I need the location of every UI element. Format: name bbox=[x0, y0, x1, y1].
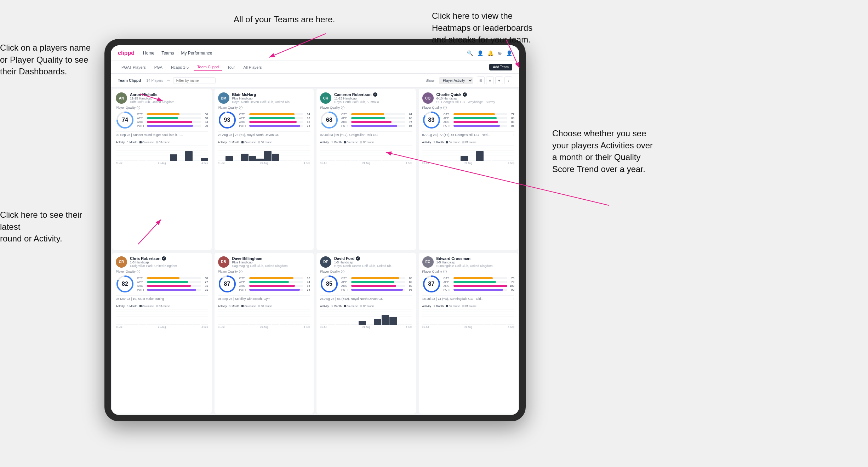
nav-link-performance[interactable]: My Performance bbox=[181, 49, 212, 57]
filter-input[interactable] bbox=[173, 77, 216, 84]
chart-labels: 31 Jul21 Aug4 Sep bbox=[218, 162, 310, 164]
quality-circle[interactable]: 93 bbox=[218, 111, 236, 129]
bar-track bbox=[351, 125, 405, 127]
quality-bars: OTT 60 APP 58 bbox=[137, 113, 208, 127]
latest-round[interactable]: 02 Sep 23 | Sunset round to get back int… bbox=[116, 131, 208, 137]
quality-circle[interactable]: 87 bbox=[422, 275, 441, 293]
on-course-legend: On course bbox=[241, 141, 256, 143]
quality-label: Player Quality i bbox=[218, 270, 310, 273]
user-icon[interactable]: 👤 bbox=[477, 50, 483, 56]
sort-button[interactable]: ↕ bbox=[504, 76, 512, 84]
grid-view-button[interactable]: ⊞ bbox=[477, 76, 485, 84]
quality-bar-row: OTT 84 bbox=[239, 113, 310, 116]
bar-fill bbox=[351, 125, 397, 127]
player-name[interactable]: Cameron Robertson✓ bbox=[334, 92, 412, 97]
filter-button[interactable]: ▼ bbox=[495, 76, 503, 84]
player-name[interactable]: Aaron Nicholls bbox=[130, 92, 208, 97]
quality-bar-row: APP 85 bbox=[239, 116, 310, 120]
latest-round[interactable]: 03 Mar 23 | 19, Must make putting → bbox=[116, 295, 208, 301]
nav-logo[interactable]: clippd bbox=[118, 50, 135, 56]
tab-team-clippd[interactable]: Team Clippd bbox=[194, 63, 222, 71]
tab-hcaps[interactable]: Hcaps 1-5 bbox=[167, 64, 192, 71]
list-view-button[interactable]: ≡ bbox=[486, 76, 494, 84]
quality-bar-row: ARG 88 bbox=[239, 120, 310, 124]
add-team-button[interactable]: Add Team bbox=[489, 64, 512, 70]
tab-all-players[interactable]: All Players bbox=[240, 64, 265, 71]
bar-track bbox=[351, 117, 405, 119]
chart-label: 21 Aug bbox=[158, 326, 166, 328]
off-course-legend: Off course bbox=[156, 141, 170, 143]
player-club: Sunningdale Golf Club, United Kingdom bbox=[436, 264, 515, 268]
latest-round[interactable]: 02 Jul 23 | 59 (+17), Craigmillar Park G… bbox=[320, 131, 412, 137]
bar-value: 75 bbox=[407, 120, 412, 124]
latest-round[interactable]: 26 Aug 23 | 73 (+1), Royal North Devon G… bbox=[218, 131, 310, 137]
player-name[interactable]: Charlie Quick✓ bbox=[436, 92, 515, 97]
latest-round-text: 07 Aug 23 | 77 (+7), St George's Hill GC… bbox=[422, 133, 512, 137]
quality-circle[interactable]: 85 bbox=[320, 275, 338, 293]
player-card[interactable]: AN Aaron Nicholls 11-15 Handicap Drift G… bbox=[112, 89, 212, 250]
settings-icon[interactable]: ⊕ bbox=[498, 50, 502, 56]
player-card[interactable]: CR Chris Robertson✓ 1-5 Handicap Craigmi… bbox=[112, 253, 212, 414]
edit-icon[interactable]: ✏ bbox=[167, 79, 170, 82]
nav-link-home[interactable]: Home bbox=[143, 49, 154, 57]
player-name[interactable]: Dave Billingham bbox=[232, 256, 310, 261]
quality-circle[interactable]: 87 bbox=[218, 275, 236, 293]
bar-track bbox=[249, 277, 303, 279]
nav-link-teams[interactable]: Teams bbox=[161, 49, 174, 57]
off-course-legend: Off course bbox=[462, 305, 476, 307]
player-info: Blair McHarg Plus Handicap Royal North D… bbox=[232, 92, 310, 104]
bar-value: 60 bbox=[202, 113, 208, 116]
bar-value: 95 bbox=[304, 124, 310, 127]
tab-pgat[interactable]: PGAT Players bbox=[118, 64, 149, 71]
quality-bar-row: ARG 83 bbox=[341, 284, 412, 287]
quality-bars: OTT 73 APP 79 bbox=[444, 277, 515, 291]
bar-track bbox=[249, 121, 303, 123]
bar-track bbox=[249, 125, 303, 127]
chart-label: 21 Aug bbox=[464, 326, 472, 328]
player-header: EC Edward Crossman 1-5 Handicap Sunningd… bbox=[422, 256, 515, 268]
quality-circle[interactable]: 68 bbox=[320, 111, 338, 129]
bar-label: APP bbox=[137, 280, 145, 284]
tab-tour[interactable]: Tour bbox=[224, 64, 238, 71]
latest-round[interactable]: 18 Jul 23 | 74 (+4), Sunningdale GC - Ol… bbox=[422, 295, 515, 301]
latest-round[interactable]: 07 Aug 23 | 77 (+7), St George's Hill GC… bbox=[422, 131, 515, 137]
player-card[interactable]: EC Edward Crossman 1-5 Handicap Sunningd… bbox=[419, 253, 518, 414]
quality-section: Player Quality i 82 OTT bbox=[116, 270, 208, 293]
off-course-legend: Off course bbox=[360, 141, 374, 143]
search-icon[interactable]: 🔍 bbox=[467, 50, 473, 56]
latest-round[interactable]: 26 Aug 23 | 84 (+12), Royal North Devon … bbox=[320, 295, 412, 301]
quality-bar-row: OTT 77 bbox=[444, 113, 515, 116]
quality-circle[interactable]: 82 bbox=[116, 275, 134, 293]
player-name[interactable]: Edward Crossman bbox=[436, 256, 515, 261]
player-name[interactable]: Blair McHarg bbox=[232, 92, 310, 97]
player-club: Drift Golf Club, United Kingdom bbox=[130, 100, 208, 104]
quality-bar-row: APP 58 bbox=[137, 116, 208, 120]
show-select[interactable]: Player Activity bbox=[439, 77, 473, 84]
quality-circle[interactable]: 74 bbox=[116, 111, 134, 129]
player-card[interactable]: CQ Charlie Quick✓ 6-10 Handicap St. Geor… bbox=[419, 89, 518, 250]
activity-section: Activity · 1 Month On course Off course bbox=[320, 139, 412, 164]
player-card[interactable]: BM Blair McHarg Plus Handicap Royal Nort… bbox=[215, 89, 314, 250]
bell-icon[interactable]: 🔔 bbox=[487, 50, 493, 56]
player-card[interactable]: DF David Ford✓ 1-5 Handicap Royal North … bbox=[316, 253, 416, 414]
player-card[interactable]: CR Cameron Robertson✓ 11-15 Handicap Roy… bbox=[316, 89, 416, 250]
avatar-icon[interactable]: 👤 bbox=[506, 50, 512, 56]
player-name[interactable]: Chris Robertson✓ bbox=[130, 256, 208, 261]
bar-fill bbox=[453, 285, 508, 287]
player-header: CR Chris Robertson✓ 1-5 Handicap Craigmi… bbox=[116, 256, 208, 268]
quality-label: Player Quality i bbox=[116, 106, 208, 109]
bar-fill bbox=[351, 113, 384, 115]
on-course-dot bbox=[139, 141, 142, 143]
tab-pga[interactable]: PGA bbox=[151, 64, 166, 71]
chart-label: 4 Sep bbox=[406, 326, 412, 328]
bar-value: 86 bbox=[509, 124, 514, 127]
bar-track bbox=[351, 285, 405, 287]
player-card[interactable]: DB Dave Billingham Plus Handicap Sag Mag… bbox=[215, 253, 314, 414]
on-course-legend: On course bbox=[446, 305, 460, 307]
quality-circle[interactable]: 83 bbox=[422, 111, 441, 129]
off-course-legend: Off course bbox=[156, 305, 170, 307]
player-name[interactable]: David Ford✓ bbox=[334, 256, 412, 261]
latest-round[interactable]: 04 Sep 23 | Mobility with coach, Gym → bbox=[218, 295, 310, 301]
quality-bar-row: APP 80 bbox=[341, 280, 412, 284]
chart-label: 21 Aug bbox=[158, 162, 166, 164]
